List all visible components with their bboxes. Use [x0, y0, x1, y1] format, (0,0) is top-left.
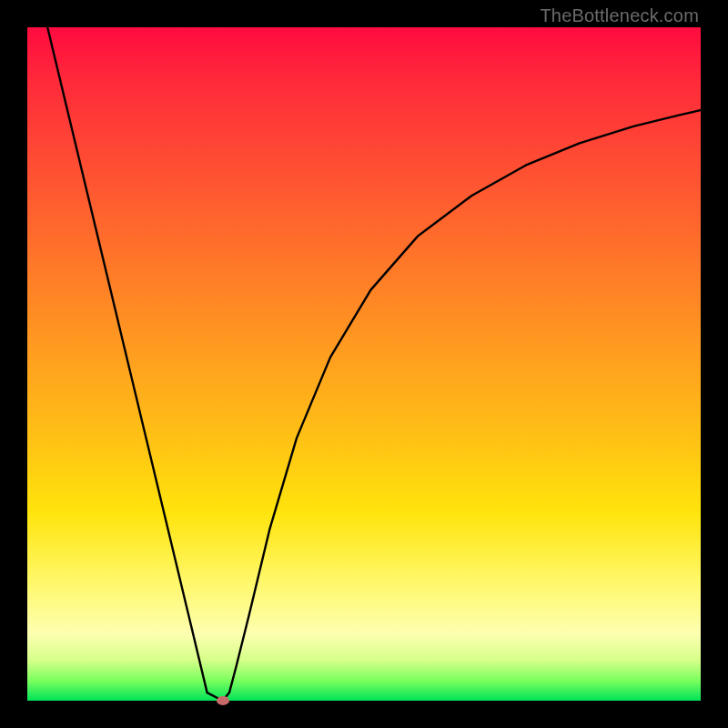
- watermark-text: TheBottleneck.com: [540, 5, 699, 26]
- bottleneck-curve: [47, 27, 701, 701]
- minimum-marker: [217, 696, 229, 705]
- chart-frame: TheBottleneck.com: [0, 0, 728, 728]
- plot-area: [27, 27, 701, 701]
- curve-svg: [27, 27, 701, 701]
